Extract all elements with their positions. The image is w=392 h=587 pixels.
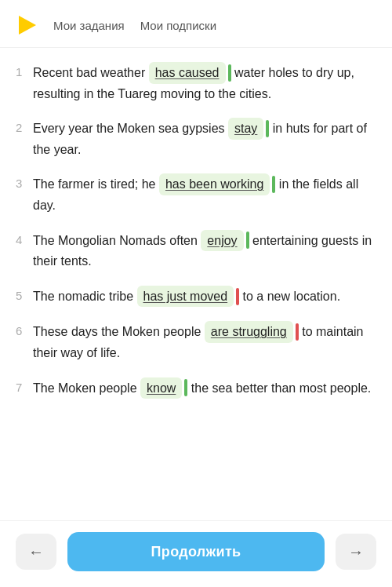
word-indicator-7: [184, 379, 187, 396]
item-number-3: 3: [16, 173, 33, 192]
word-indicator-1: [228, 64, 231, 82]
highlighted-word-4: enjoy: [201, 230, 249, 252]
footer: ← Продолжить →: [0, 520, 392, 587]
exercise-item-7: 7The Moken people know the sea better th…: [16, 377, 376, 399]
word-box-1: has caused: [149, 62, 226, 84]
word-indicator-5: [236, 288, 239, 305]
item-text-4: The Mongolian Nomads often enjoy enterta…: [33, 230, 376, 272]
word-indicator-6: [296, 323, 299, 341]
exercise-item-2: 2Every year the Moken sea gypsies stay i…: [16, 118, 376, 159]
item-text-3: The farmer is tired; he has been working…: [33, 173, 376, 215]
item-text-2: Every year the Moken sea gypsies stay in…: [33, 118, 376, 159]
word-indicator-3: [272, 176, 275, 193]
header: Мои задания Мои подписки: [0, 0, 392, 48]
word-box-5: has just moved: [137, 286, 234, 308]
svg-marker-0: [19, 16, 36, 35]
exercise-item-1: 1Recent bad weather has caused water hol…: [16, 62, 376, 104]
exercise-item-6: 6These days the Moken people are struggl…: [16, 321, 376, 363]
word-box-2: stay: [228, 118, 263, 140]
back-button[interactable]: ←: [16, 534, 56, 570]
item-text-5: The nomadic tribe has just moved to a ne…: [33, 286, 340, 308]
highlighted-word-6: are struggling: [205, 321, 299, 343]
continue-button[interactable]: Продолжить: [67, 532, 325, 571]
logo: [13, 11, 41, 39]
nav-bar: Мои задания Мои подписки: [53, 19, 216, 32]
word-box-3: has been working: [159, 173, 270, 195]
item-number-5: 5: [16, 286, 33, 304]
exercise-item-4: 4The Mongolian Nomads often enjoy entert…: [16, 230, 376, 272]
main-content: 1Recent bad weather has caused water hol…: [0, 48, 392, 520]
highlighted-word-3: has been working: [159, 173, 275, 195]
item-number-2: 2: [16, 118, 33, 137]
exercise-item-3: 3The farmer is tired; he has been workin…: [16, 173, 376, 215]
highlighted-word-5: has just moved: [137, 286, 240, 308]
item-text-1: Recent bad weather has caused water hole…: [33, 62, 376, 104]
item-text-6: These days the Moken people are struggli…: [33, 321, 376, 363]
item-number-7: 7: [16, 377, 33, 396]
word-indicator-4: [246, 232, 249, 249]
item-number-1: 1: [16, 62, 33, 81]
word-indicator-2: [266, 120, 269, 137]
nav-subscriptions[interactable]: Мои подписки: [140, 19, 216, 32]
highlighted-word-2: stay: [228, 118, 269, 140]
word-box-7: know: [140, 377, 182, 399]
word-box-4: enjoy: [201, 230, 243, 252]
nav-tasks[interactable]: Мои задания: [53, 19, 125, 32]
item-text-7: The Moken people know the sea better tha…: [33, 377, 371, 399]
item-number-4: 4: [16, 230, 33, 249]
highlighted-word-7: know: [140, 377, 187, 399]
exercise-item-5: 5The nomadic tribe has just moved to a n…: [16, 286, 376, 308]
word-box-6: are struggling: [205, 321, 293, 343]
forward-button[interactable]: →: [336, 534, 376, 570]
highlighted-word-1: has caused: [149, 62, 231, 84]
item-number-6: 6: [16, 321, 33, 340]
